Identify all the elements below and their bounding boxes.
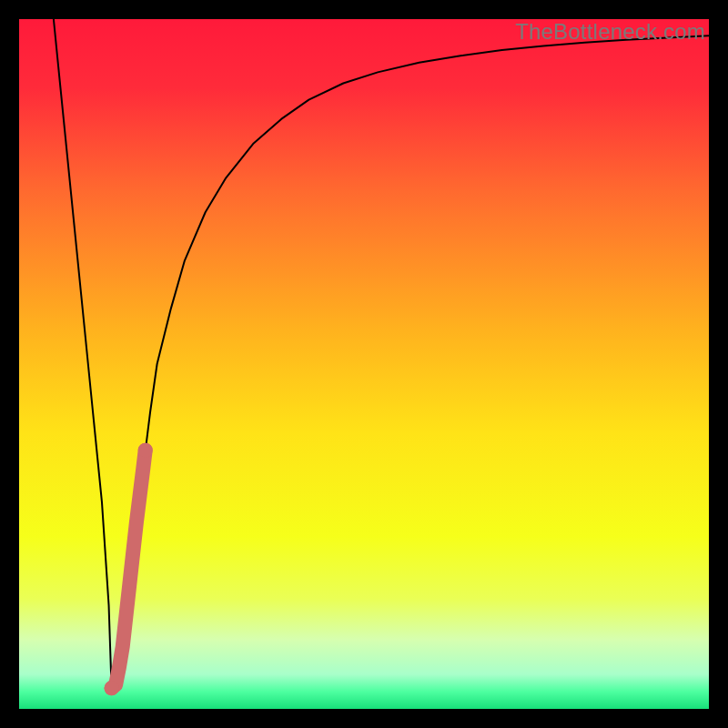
chart-frame: TheBottleneck.com (0, 0, 728, 728)
watermark-text: TheBottleneck.com (515, 19, 705, 45)
highlight-end-dot (138, 443, 153, 458)
plot-area: TheBottleneck.com (19, 19, 709, 709)
highlight-start-dot (105, 681, 119, 695)
chart-svg (19, 19, 709, 709)
